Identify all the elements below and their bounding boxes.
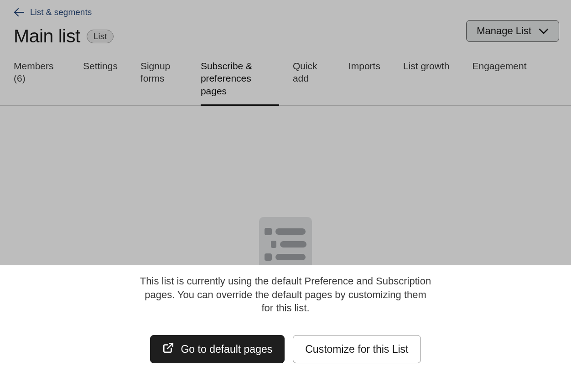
external-link-icon (162, 342, 174, 356)
breadcrumb-back[interactable]: List & segments (14, 7, 92, 17)
tabs-nav: Members (6) Settings Signup forms Subscr… (0, 57, 571, 106)
tab-engagement[interactable]: Engagement (472, 57, 535, 105)
tab-signup-forms[interactable]: Signup forms (140, 57, 186, 105)
tab-subscribe-preferences[interactable]: Subscribe & preferences pages (201, 57, 278, 105)
tab-settings[interactable]: Settings (83, 57, 126, 105)
svg-line-1 (167, 343, 173, 349)
page-title: Main list (14, 26, 80, 47)
list-type-badge: List (87, 30, 114, 43)
manage-list-button[interactable]: Manage List (466, 20, 559, 42)
tab-imports[interactable]: Imports (348, 57, 389, 105)
bottom-panel: This list is currently using the default… (0, 265, 571, 382)
go-to-default-pages-button[interactable]: Go to default pages (150, 335, 285, 363)
customize-for-list-button[interactable]: Customize for this List (293, 335, 420, 363)
arrow-left-icon (14, 8, 25, 17)
tab-quick-add[interactable]: Quick add (293, 57, 334, 105)
tab-list-growth[interactable]: List growth (403, 57, 458, 105)
chevron-down-icon (539, 25, 549, 37)
empty-state-illustration (0, 217, 571, 272)
empty-state-description: This list is currently using the default… (140, 274, 431, 315)
breadcrumb-label: List & segments (30, 7, 92, 17)
go-to-default-pages-label: Go to default pages (181, 343, 272, 356)
tab-members[interactable]: Members (6) (14, 57, 68, 105)
manage-list-label: Manage List (477, 25, 531, 37)
customize-for-list-label: Customize for this List (305, 343, 408, 356)
